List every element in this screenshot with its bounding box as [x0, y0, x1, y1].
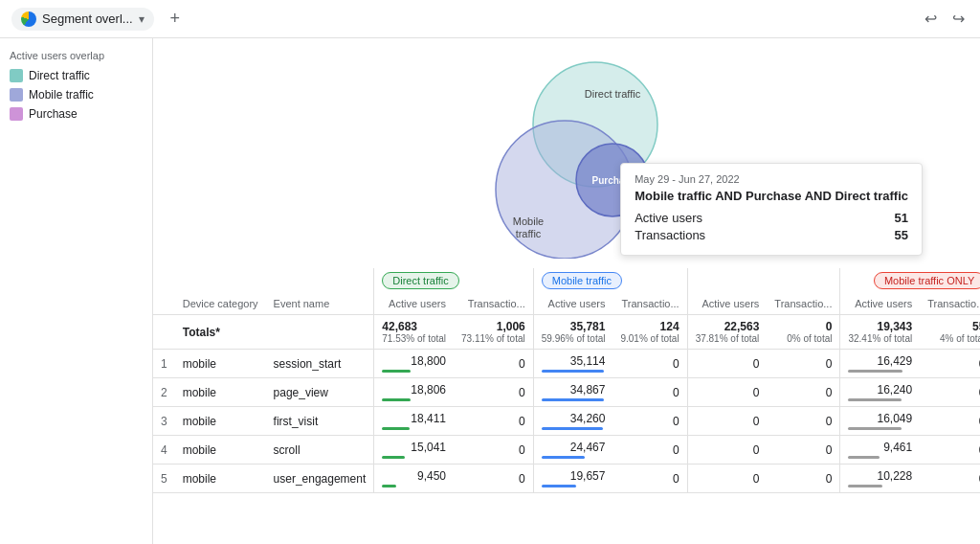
legend-label-2: Purchase: [29, 107, 78, 121]
totals-col-6: 19,343 32.41% of total: [840, 315, 920, 350]
row-device: mobile: [175, 407, 266, 436]
svg-text:Mobile: Mobile: [513, 215, 544, 227]
totals-col-2: 35,781 59.96% of total: [533, 315, 612, 350]
row-device: mobile: [175, 436, 266, 465]
tab[interactable]: Segment overl... ▾: [11, 8, 154, 31]
row-device: mobile: [175, 465, 266, 493]
tooltip-row-value-1: 55: [895, 228, 908, 242]
row-num: 1: [153, 350, 175, 378]
row-col-1: 0: [454, 407, 533, 436]
row-col-0: 18,411: [374, 407, 454, 436]
segment-badge-mobile[interactable]: Mobile traffic: [542, 272, 622, 289]
row-num: 5: [153, 465, 175, 493]
legend-item-0: Direct traffic: [10, 69, 143, 82]
th-col-2: Active users: [533, 293, 612, 315]
row-col-5: 0: [767, 465, 840, 493]
row-col-7: 0: [920, 465, 980, 493]
row-col-5: 0: [767, 378, 840, 407]
row-col-0: 18,806: [374, 378, 454, 407]
tab-label-text: Segment overl...: [42, 11, 133, 26]
row-col-1: 0: [454, 378, 533, 407]
legend-label-0: Direct traffic: [29, 69, 90, 82]
totals-col-3: 124 9.01% of total: [612, 315, 687, 350]
totals-col-0: 42,683 71.53% of total: [374, 315, 454, 350]
row-col-1: 0: [454, 350, 533, 378]
row-event: session_start: [266, 350, 374, 378]
svg-text:traffic: traffic: [516, 228, 542, 239]
tab-dropdown-icon[interactable]: ▾: [139, 12, 145, 26]
row-event: user_engagement: [266, 465, 374, 493]
row-col-3: 0: [612, 378, 687, 407]
row-col-1: 0: [454, 436, 533, 465]
tooltip-row-0: Active users 51: [635, 211, 908, 225]
table-row: 1 mobile session_start 18,800035,1140001…: [153, 350, 980, 378]
tooltip-title: Mobile traffic AND Purchase AND Direct t…: [635, 189, 908, 203]
row-col-1: 0: [454, 465, 533, 493]
row-col-3: 0: [612, 436, 687, 465]
segment-badge-row: Direct traffic Mobile traffic Mobile tra…: [153, 268, 980, 293]
row-col-6: 9,461: [840, 436, 920, 465]
table-row: 2 mobile page_view 18,806034,86700016,24…: [153, 378, 980, 407]
top-bar: Segment overl... ▾ + ↩ ↪: [0, 0, 980, 38]
totals-num: [153, 315, 175, 350]
main-content: Active users overlap Direct traffic Mobi…: [0, 38, 980, 544]
table-area: Direct traffic Mobile traffic Mobile tra…: [153, 268, 980, 544]
tooltip-row-1: Transactions 55: [635, 228, 908, 242]
row-col-6: 10,228: [840, 465, 920, 493]
row-device: mobile: [175, 378, 266, 407]
th-event: Event name: [266, 293, 374, 315]
row-col-3: 0: [612, 407, 687, 436]
row-col-6: 16,429: [840, 350, 920, 378]
redo-button[interactable]: ↪: [948, 6, 969, 32]
row-col-2: 34,867: [533, 378, 612, 407]
legend-item-2: Purchase: [10, 107, 143, 121]
row-col-2: 19,657: [533, 465, 612, 493]
segment-badge-direct[interactable]: Direct traffic: [382, 272, 458, 289]
row-col-4: 0: [687, 407, 767, 436]
totals-col-5: 0 0% of total: [767, 315, 840, 350]
row-col-7: 0: [920, 378, 980, 407]
totals-col-7: 55 4% of total: [920, 315, 980, 350]
row-col-5: 0: [767, 436, 840, 465]
th-col-3: Transactio...: [612, 293, 687, 315]
row-col-4: 0: [687, 350, 767, 378]
legend-color-1: [10, 88, 23, 102]
row-col-4: 0: [687, 436, 767, 465]
row-col-7: 0: [920, 350, 980, 378]
table-row: 3 mobile first_visit 18,411034,26000016,…: [153, 407, 980, 436]
row-col-7: 0: [920, 407, 980, 436]
totals-col-1: 1,006 73.11% of total: [454, 315, 533, 350]
legend-item-1: Mobile traffic: [10, 88, 143, 102]
row-col-5: 0: [767, 350, 840, 378]
table-row: 4 mobile scroll 15,041024,4670009,4610: [153, 436, 980, 465]
row-col-5: 0: [767, 407, 840, 436]
th-col-6: Active users: [840, 293, 920, 315]
row-device: mobile: [175, 350, 266, 378]
row-col-4: 0: [687, 465, 767, 493]
totals-row: Totals* 42,683 71.53% of total 1,006 73.…: [153, 315, 980, 350]
row-col-2: 34,260: [533, 407, 612, 436]
tooltip-row-label-1: Transactions: [635, 228, 705, 242]
row-col-4: 0: [687, 378, 767, 407]
totals-col-4: 22,563 37.81% of total: [687, 315, 767, 350]
row-col-0: 18,800: [374, 350, 454, 378]
svg-text:Direct traffic: Direct traffic: [585, 88, 641, 100]
totals-label: Totals*: [175, 315, 374, 350]
data-table: Direct traffic Mobile traffic Mobile tra…: [153, 268, 980, 493]
table-row: 5 mobile user_engagement 9,450019,657000…: [153, 465, 980, 493]
row-col-2: 35,114: [533, 350, 612, 378]
row-event: page_view: [266, 378, 374, 407]
legend-color-0: [10, 69, 23, 82]
undo-button[interactable]: ↩: [921, 6, 941, 32]
tooltip-date: May 29 - Jun 27, 2022: [635, 173, 908, 185]
row-col-6: 16,240: [840, 378, 920, 407]
th-num: [153, 293, 175, 315]
row-num: 4: [153, 436, 175, 465]
add-tab-button[interactable]: +: [162, 6, 189, 33]
row-col-7: 0: [920, 436, 980, 465]
venn-area: Direct traffic Mobile traffic Purchase M…: [153, 38, 980, 268]
segment-badge-mobile-only[interactable]: Mobile traffic ONLY: [874, 272, 980, 289]
row-event: scroll: [266, 436, 374, 465]
th-col-4: Active users: [687, 293, 767, 315]
tooltip-row-label-0: Active users: [635, 211, 702, 225]
